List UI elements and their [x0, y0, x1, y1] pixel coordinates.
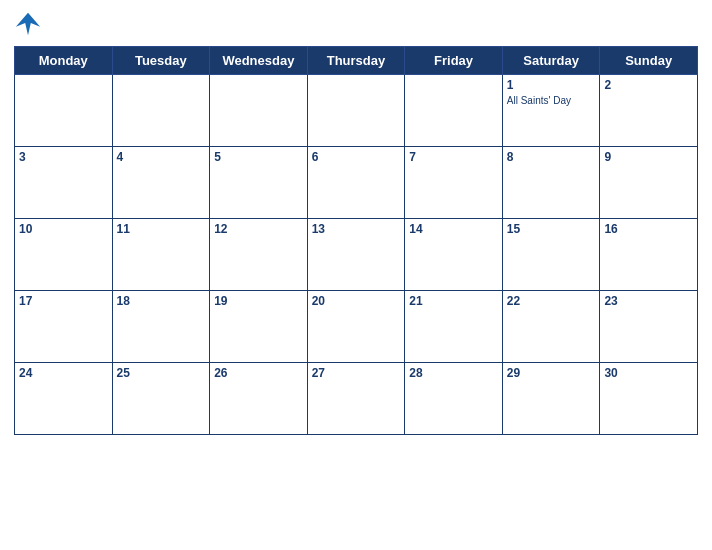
day-number: 3 — [19, 150, 108, 164]
day-number: 11 — [117, 222, 206, 236]
calendar-cell: 7 — [405, 147, 503, 219]
week-row-5: 24252627282930 — [15, 363, 698, 435]
day-number: 25 — [117, 366, 206, 380]
day-number: 12 — [214, 222, 303, 236]
calendar-body: 1All Saints' Day234567891011121314151617… — [15, 75, 698, 435]
day-number: 29 — [507, 366, 596, 380]
calendar-header-row: MondayTuesdayWednesdayThursdayFridaySatu… — [15, 47, 698, 75]
day-number: 15 — [507, 222, 596, 236]
calendar-cell: 26 — [210, 363, 308, 435]
day-number: 20 — [312, 294, 401, 308]
calendar-cell — [210, 75, 308, 147]
calendar-cell: 8 — [502, 147, 600, 219]
day-number: 21 — [409, 294, 498, 308]
day-number: 1 — [507, 78, 596, 92]
calendar-cell: 11 — [112, 219, 210, 291]
day-number: 28 — [409, 366, 498, 380]
week-row-2: 3456789 — [15, 147, 698, 219]
calendar-cell: 3 — [15, 147, 113, 219]
calendar-cell: 23 — [600, 291, 698, 363]
logo-bird-icon — [14, 10, 42, 38]
holiday-label: All Saints' Day — [507, 94, 596, 107]
calendar-cell: 28 — [405, 363, 503, 435]
weekday-header-saturday: Saturday — [502, 47, 600, 75]
weekday-header-wednesday: Wednesday — [210, 47, 308, 75]
calendar-cell: 21 — [405, 291, 503, 363]
calendar-cell: 29 — [502, 363, 600, 435]
day-number: 30 — [604, 366, 693, 380]
day-number: 10 — [19, 222, 108, 236]
day-number: 19 — [214, 294, 303, 308]
calendar-cell: 18 — [112, 291, 210, 363]
day-number: 14 — [409, 222, 498, 236]
day-number: 8 — [507, 150, 596, 164]
calendar-cell: 2 — [600, 75, 698, 147]
logo-area — [14, 10, 46, 38]
day-number: 5 — [214, 150, 303, 164]
calendar-cell: 30 — [600, 363, 698, 435]
day-number: 18 — [117, 294, 206, 308]
calendar-cell: 19 — [210, 291, 308, 363]
day-number: 6 — [312, 150, 401, 164]
weekday-header-friday: Friday — [405, 47, 503, 75]
day-number: 22 — [507, 294, 596, 308]
calendar-cell: 9 — [600, 147, 698, 219]
calendar-grid: MondayTuesdayWednesdayThursdayFridaySatu… — [14, 46, 698, 435]
calendar-cell: 10 — [15, 219, 113, 291]
calendar-cell: 16 — [600, 219, 698, 291]
day-number: 17 — [19, 294, 108, 308]
calendar-cell: 24 — [15, 363, 113, 435]
calendar-cell — [112, 75, 210, 147]
calendar-cell: 22 — [502, 291, 600, 363]
calendar-cell: 4 — [112, 147, 210, 219]
weekday-header-tuesday: Tuesday — [112, 47, 210, 75]
day-number: 13 — [312, 222, 401, 236]
weekday-header-monday: Monday — [15, 47, 113, 75]
day-number: 7 — [409, 150, 498, 164]
calendar-cell: 14 — [405, 219, 503, 291]
calendar-cell: 1All Saints' Day — [502, 75, 600, 147]
weekday-row: MondayTuesdayWednesdayThursdayFridaySatu… — [15, 47, 698, 75]
day-number: 9 — [604, 150, 693, 164]
week-row-4: 17181920212223 — [15, 291, 698, 363]
day-number: 2 — [604, 78, 693, 92]
svg-marker-0 — [16, 13, 40, 35]
calendar-cell: 12 — [210, 219, 308, 291]
calendar-cell: 5 — [210, 147, 308, 219]
calendar-cell — [307, 75, 405, 147]
calendar-cell — [405, 75, 503, 147]
calendar-cell: 27 — [307, 363, 405, 435]
day-number: 24 — [19, 366, 108, 380]
weekday-header-sunday: Sunday — [600, 47, 698, 75]
weekday-header-thursday: Thursday — [307, 47, 405, 75]
day-number: 26 — [214, 366, 303, 380]
calendar-cell: 6 — [307, 147, 405, 219]
calendar-cell: 20 — [307, 291, 405, 363]
calendar-cell — [15, 75, 113, 147]
day-number: 4 — [117, 150, 206, 164]
calendar-cell: 25 — [112, 363, 210, 435]
calendar-header — [14, 10, 698, 38]
day-number: 16 — [604, 222, 693, 236]
week-row-3: 10111213141516 — [15, 219, 698, 291]
calendar-wrapper: MondayTuesdayWednesdayThursdayFridaySatu… — [0, 0, 712, 550]
calendar-cell: 17 — [15, 291, 113, 363]
week-row-1: 1All Saints' Day2 — [15, 75, 698, 147]
calendar-cell: 15 — [502, 219, 600, 291]
calendar-cell: 13 — [307, 219, 405, 291]
day-number: 23 — [604, 294, 693, 308]
day-number: 27 — [312, 366, 401, 380]
